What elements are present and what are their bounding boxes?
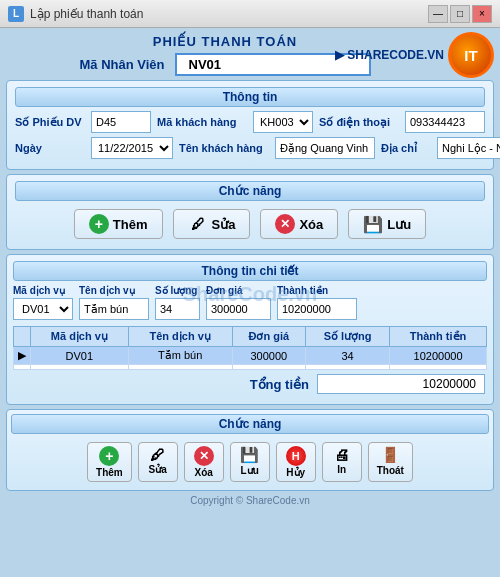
row-arrow: ▶: [14, 347, 31, 365]
chuc-nang-1-header: Chức năng: [15, 181, 485, 201]
ten-dv-input[interactable]: [79, 298, 149, 320]
detail-input-row: Mã dịch vụ DV01 Tên dịch vụ Số lượng Đơn…: [13, 285, 487, 320]
so-phieu-input[interactable]: [91, 111, 151, 133]
sua-icon-2: 🖊: [150, 446, 165, 463]
chi-tiet-header: Thông tin chi tiết: [13, 261, 487, 281]
row-don-gia: [232, 365, 305, 370]
th-ma-dv: Mã dịch vụ: [31, 327, 129, 347]
chuc-nang-1-card: Chức năng + Thêm 🖊 Sửa ✕ Xóa 💾 Lưu: [6, 174, 494, 250]
thanh-tien-col: Thành tiền: [277, 285, 357, 320]
xoa-icon-1: ✕: [275, 214, 295, 234]
title-bar: L Lập phiếu thanh toán — □ ×: [0, 0, 500, 28]
so-luong-input[interactable]: [155, 298, 200, 320]
them-icon-2: +: [99, 446, 119, 466]
copyright: Copyright © ShareCode.vn: [6, 495, 494, 506]
so-dt-input[interactable]: [405, 111, 485, 133]
don-gia-col: Đơn giá: [206, 285, 271, 320]
form-row-2: Ngày 11/22/2015 Tên khách hàng Địa chỉ: [15, 137, 485, 159]
ma-nv-label: Mã Nhân Viên: [79, 57, 164, 72]
tong-tien-label: Tổng tiền: [250, 377, 309, 392]
th-so-luong: Số lượng: [306, 327, 390, 347]
logo-text: ▶ SHARECODE.VN: [335, 48, 444, 62]
sua-icon-1: 🖊: [188, 214, 208, 234]
th-ten-dv: Tên dịch vụ: [128, 327, 232, 347]
chi-tiet-section: Thông tin chi tiết ShareCode.vn Mã dịch …: [6, 254, 494, 405]
luu-btn-2[interactable]: 💾 Lưu: [230, 442, 270, 482]
ma-kh-select[interactable]: KH003: [253, 111, 313, 133]
xoa-btn-2[interactable]: ✕ Xóa: [184, 442, 224, 482]
ma-dv-select[interactable]: DV01: [13, 298, 73, 320]
xoa-btn-1[interactable]: ✕ Xóa: [260, 209, 338, 239]
th-don-gia: Đơn giá: [232, 327, 305, 347]
row-don-gia: 300000: [232, 347, 305, 365]
them-icon-1: +: [89, 214, 109, 234]
thanh-tien-input[interactable]: [277, 298, 357, 320]
title-buttons: — □ ×: [428, 5, 492, 23]
sua-label-2: Sửa: [149, 464, 167, 475]
main-container: ▶ SHARECODE.VN IT PHIẾU THANH TOÁN Mã Nh…: [0, 28, 500, 577]
xoa-label-1: Xóa: [299, 217, 323, 232]
sua-btn-1[interactable]: 🖊 Sửa: [173, 209, 251, 239]
row-ma-dv: DV01: [31, 347, 129, 365]
luu-icon-1: 💾: [363, 214, 383, 234]
huy-icon: H: [286, 446, 306, 466]
in-btn[interactable]: 🖨 In: [322, 442, 362, 482]
ma-kh-label: Mã khách hàng: [157, 116, 247, 128]
chuc-nang-2-header: Chức năng: [11, 414, 489, 434]
close-btn[interactable]: ×: [472, 5, 492, 23]
form-row-1: Số Phiếu DV Mã khách hàng KH003 Số điện …: [15, 111, 485, 133]
row-ten-dv: [128, 365, 232, 370]
so-luong-label: Số lượng: [155, 285, 200, 296]
dia-chi-input[interactable]: [437, 137, 500, 159]
row-ten-dv: Tắm bún: [128, 347, 232, 365]
row-thanh-tien: [390, 365, 487, 370]
xoa-label-2: Xóa: [195, 467, 213, 478]
don-gia-input[interactable]: [206, 298, 271, 320]
luu-label-2: Lưu: [241, 465, 259, 476]
thong-tin-header: Thông tin: [15, 87, 485, 107]
ten-dv-col: Tên dịch vụ: [79, 285, 149, 320]
chuc-nang-2-card: Chức năng + Thêm 🖊 Sửa ✕ Xóa 💾 Lưu H Hủy: [6, 409, 494, 491]
chuc-nang-1-buttons: + Thêm 🖊 Sửa ✕ Xóa 💾 Lưu: [15, 205, 485, 243]
tong-tien-row: Tổng tiền: [13, 370, 487, 398]
ngay-label: Ngày: [15, 142, 85, 154]
them-label-2: Thêm: [96, 467, 123, 478]
luu-btn-1[interactable]: 💾 Lưu: [348, 209, 426, 239]
maximize-btn[interactable]: □: [450, 5, 470, 23]
in-icon: 🖨: [334, 446, 349, 463]
them-btn-2[interactable]: + Thêm: [87, 442, 132, 482]
ma-dv-label: Mã dịch vụ: [13, 285, 73, 296]
so-dt-label: Số điện thoại: [319, 116, 399, 129]
huy-btn[interactable]: H Hủy: [276, 442, 316, 482]
app-icon: L: [8, 6, 24, 22]
huy-label: Hủy: [286, 467, 305, 478]
bottom-buttons: + Thêm 🖊 Sửa ✕ Xóa 💾 Lưu H Hủy 🖨 In: [11, 438, 489, 486]
minimize-btn[interactable]: —: [428, 5, 448, 23]
them-label-1: Thêm: [113, 217, 148, 232]
luu-icon-2: 💾: [240, 446, 259, 464]
table-row[interactable]: ▶ DV01 Tắm bún 300000 34 10200000: [14, 347, 487, 365]
row-thanh-tien: 10200000: [390, 347, 487, 365]
them-btn-1[interactable]: + Thêm: [74, 209, 163, 239]
chi-tiet-table: Mã dịch vụ Tên dịch vụ Đơn giá Số lượng …: [13, 326, 487, 370]
row-ma-dv: [31, 365, 129, 370]
ten-kh-label: Tên khách hàng: [179, 142, 269, 154]
row-so-luong: [306, 365, 390, 370]
luu-label-1: Lưu: [387, 217, 411, 232]
ten-dv-label: Tên dịch vụ: [79, 285, 149, 296]
thanh-tien-label: Thành tiền: [277, 285, 357, 296]
row-arrow: [14, 365, 31, 370]
logo-circle: IT: [448, 32, 494, 78]
ngay-select[interactable]: 11/22/2015: [91, 137, 173, 159]
thoat-label: Thoát: [377, 465, 404, 476]
in-label: In: [337, 464, 346, 475]
sharecode-logo: ▶ SHARECODE.VN IT: [335, 32, 494, 78]
title-text: Lập phiếu thanh toán: [30, 7, 143, 21]
ma-dv-col: Mã dịch vụ DV01: [13, 285, 73, 320]
so-phieu-label: Số Phiếu DV: [15, 116, 85, 129]
ten-kh-input[interactable]: [275, 137, 375, 159]
table-row[interactable]: [14, 365, 487, 370]
tong-tien-input[interactable]: [317, 374, 485, 394]
thoat-btn[interactable]: 🚪 Thoát: [368, 442, 413, 482]
sua-btn-2[interactable]: 🖊 Sửa: [138, 442, 178, 482]
